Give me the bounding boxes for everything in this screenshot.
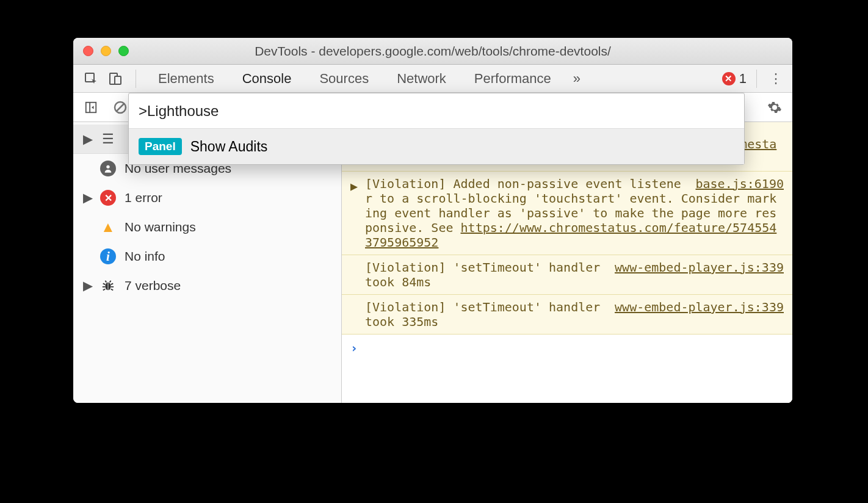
expand-arrow-icon: ▶ (83, 190, 92, 205)
expand-arrow-icon: ▶ (83, 278, 92, 293)
svg-rect-3 (86, 102, 96, 112)
list-icon: ☰ (100, 131, 116, 147)
titlebar: DevTools - developers.google.com/web/too… (73, 38, 792, 65)
tab-console[interactable]: Console (230, 65, 304, 92)
prompt-caret-icon: › (350, 341, 358, 397)
message-source-link[interactable]: www-embed-player.js:339 (615, 300, 784, 314)
sidebar-item-label: 1 error (125, 190, 162, 205)
sidebar-toggle-icon[interactable] (81, 97, 101, 118)
sidebar-item-label: 7 verbose (125, 278, 181, 293)
svg-line-6 (117, 104, 124, 111)
tabs-overflow[interactable]: » (567, 65, 587, 92)
error-count-badge[interactable]: ✕ 1 (722, 71, 747, 87)
error-count: 1 (739, 71, 747, 87)
tab-sources[interactable]: Sources (307, 65, 381, 92)
divider (756, 70, 757, 88)
divider (136, 70, 136, 88)
more-menu-icon[interactable]: ⋮ (767, 71, 785, 87)
tab-elements[interactable]: Elements (146, 65, 226, 92)
tab-performance[interactable]: Performance (462, 65, 563, 92)
command-palette-result-label: Show Audits (190, 139, 268, 155)
svg-point-7 (106, 165, 109, 168)
console-message: www-embed-player.js:339 [Violation] 'set… (342, 255, 792, 295)
command-palette-result[interactable]: Panel Show Audits (129, 129, 744, 164)
command-palette: >Lighthouse Panel Show Audits (128, 93, 745, 165)
window-title: DevTools - developers.google.com/web/too… (73, 44, 792, 59)
error-icon: ✕ (722, 72, 736, 85)
traffic-lights (83, 46, 129, 56)
device-toggle-icon[interactable] (105, 68, 126, 89)
zoom-window-button[interactable] (118, 46, 129, 56)
message-text: [Violation] 'setTimeout' handler took 84… (365, 260, 600, 289)
error-icon: ✕ (100, 190, 116, 206)
message-source-link[interactable]: www-embed-player.js:339 (615, 260, 784, 275)
console-prompt[interactable]: › (342, 335, 792, 403)
close-window-button[interactable] (83, 46, 93, 56)
minimize-window-button[interactable] (101, 46, 111, 56)
sidebar-item-info[interactable]: ▶ i No info (73, 242, 341, 271)
expand-arrow-icon: ▶ (83, 132, 92, 147)
command-palette-text: >Lighthouse (139, 103, 219, 120)
devtools-window: DevTools - developers.google.com/web/too… (73, 38, 792, 403)
console-message: ▶ base.js:6190 [Violation] Added non-pas… (342, 172, 792, 255)
message-source-link[interactable]: base.js:6190 (696, 176, 784, 191)
console-message: www-embed-player.js:339 [Violation] 'set… (342, 295, 792, 335)
expand-arrow-icon[interactable]: ▶ (350, 179, 358, 194)
bug-icon (100, 278, 116, 294)
user-icon (100, 161, 116, 176)
svg-rect-2 (115, 76, 121, 84)
sidebar-item-warnings[interactable]: ▶ ▲ No warnings (73, 212, 341, 242)
clear-console-icon[interactable] (110, 97, 131, 118)
inspect-element-icon[interactable] (81, 68, 101, 89)
sidebar-item-label: No warnings (125, 220, 196, 234)
settings-gear-icon[interactable] (764, 97, 785, 118)
info-icon: i (100, 248, 116, 264)
panel-badge: Panel (139, 138, 182, 155)
warning-icon: ▲ (100, 219, 116, 235)
tab-network[interactable]: Network (385, 65, 458, 92)
sidebar-item-verbose[interactable]: ▶ 7 verbose (73, 271, 341, 300)
sidebar-item-errors[interactable]: ▶ ✕ 1 error (73, 183, 341, 212)
main-tabstrip: Elements Console Sources Network Perform… (73, 65, 792, 93)
command-palette-input[interactable]: >Lighthouse (129, 93, 744, 129)
sidebar-item-label: No info (125, 249, 165, 264)
message-text: [Violation] 'setTimeout' handler took 33… (365, 300, 600, 329)
